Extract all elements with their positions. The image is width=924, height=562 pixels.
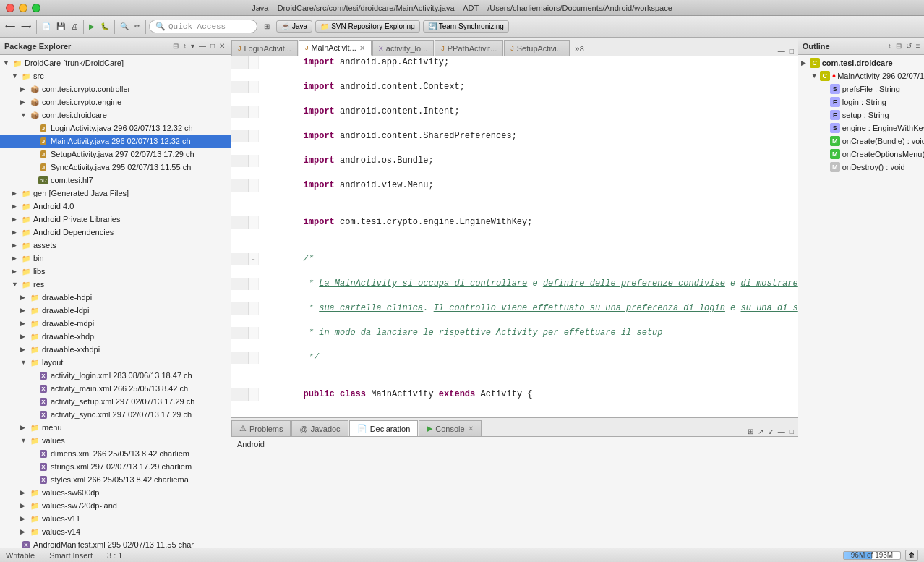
tree-item[interactable]: ▶📁drawable-hdpi <box>0 291 231 304</box>
minimize-button[interactable] <box>19 4 27 12</box>
perspective-team[interactable]: 🔄 Team Synchronizing <box>423 20 509 33</box>
outline-item[interactable]: MonDestroy() : void <box>798 161 924 174</box>
pe-collapse-btn[interactable]: ⊟ <box>171 41 180 51</box>
outline-item[interactable]: ▼C●MainActivity 296 02/07/13 12.32 <box>798 69 924 82</box>
gc-button[interactable]: 🗑 <box>905 550 918 561</box>
outline-hide-btn[interactable]: ⊟ <box>894 41 903 51</box>
outline-filter-btn[interactable]: ≡ <box>915 41 922 51</box>
bottom-toolbar-btn3[interactable]: ↙ <box>766 427 775 436</box>
tree-item[interactable]: ▶📁Android 4.0 <box>0 200 231 213</box>
tree-item[interactable]: ▶📁assets <box>0 239 231 252</box>
pe-maximize-btn[interactable]: □ <box>209 41 216 51</box>
tree-item[interactable]: ▶📁drawable-mdpi <box>0 317 231 330</box>
tree-item[interactable]: ▼📁values <box>0 434 231 447</box>
tree-item[interactable]: ▶📁Android Private Libraries <box>0 213 231 226</box>
tab-overflow[interactable]: »8 <box>570 43 589 56</box>
tree-item[interactable]: ▶📁drawable-xhdpi <box>0 330 231 343</box>
tree-item[interactable]: ▼📁src <box>0 69 231 82</box>
tree-item[interactable]: hl7com.tesi.hl7 <box>0 174 231 187</box>
tab-setupactivity[interactable]: J SetupActivi... <box>504 40 570 56</box>
pe-close-btn[interactable]: ✕ <box>218 41 226 51</box>
tree-item[interactable]: ▶📁values-sw720dp-land <box>0 499 231 512</box>
tree-item-label: activity_sync.xml 297 02/07/13 17.29 ch <box>51 410 192 419</box>
outline-sync-btn[interactable]: ↺ <box>904 41 913 51</box>
perspective-svn[interactable]: 📁 SVN Repository Exploring <box>315 20 420 33</box>
tree-item[interactable]: Xstyles.xml 266 25/05/13 8.42 charliema <box>0 473 231 486</box>
tree-item[interactable]: ▶📁menu <box>0 421 231 434</box>
memory-indicator[interactable]: 96M of 193M 🗑 <box>843 550 918 561</box>
tab-console-close[interactable]: ✕ <box>468 425 474 433</box>
tree-item[interactable]: JLoginActivity.java 296 02/07/13 12.32 c… <box>0 122 231 135</box>
outline-item[interactable]: MonCreateOptionsMenu(Menu) : b <box>798 148 924 161</box>
tree-item[interactable]: ▼📦com.tesi.droidcare <box>0 108 231 122</box>
tab-mainactivity[interactable]: J MainActivit... ✕ <box>299 40 372 56</box>
tab-mainactivity-close[interactable]: ✕ <box>359 44 365 52</box>
tree-item[interactable]: ▶📁values-v14 <box>0 525 231 538</box>
tree-item[interactable]: ▶📁gen [Generated Java Files] <box>0 187 231 200</box>
outline-item[interactable]: MonCreate(Bundle) : void <box>798 135 924 148</box>
tree-item[interactable]: ▶📁bin <box>0 252 231 265</box>
outline-sort-btn[interactable]: ↕ <box>886 41 893 51</box>
tree-item[interactable]: ▶📁Android Dependencies <box>0 226 231 239</box>
toolbar-btn-1[interactable]: ⟵ <box>3 21 17 32</box>
tree-item[interactable]: Xstrings.xml 297 02/07/13 17.29 charliem <box>0 460 231 473</box>
toolbar-btn-search[interactable]: 🔍 <box>118 21 131 32</box>
code-editor[interactable]: import android.app.Activity; import andr… <box>231 56 798 417</box>
tree-item[interactable]: JSetupActivity.java 297 02/07/13 17.29 c… <box>0 148 231 161</box>
tab-loginactivity[interactable]: J LoginActivit... <box>231 40 298 56</box>
tab-console[interactable]: ▶ Console ✕ <box>419 420 481 436</box>
tree-item[interactable]: Xactivity_main.xml 266 25/05/13 8.42 ch <box>0 382 231 395</box>
bottom-toolbar-btn2[interactable]: ↗ <box>756 427 765 436</box>
tree-item[interactable]: ▶📦com.tesi.crypto.engine <box>0 95 231 108</box>
bottom-maximize-btn[interactable]: □ <box>788 427 795 436</box>
pe-sync-btn[interactable]: ↕ <box>181 41 188 51</box>
editor-minimize-btn[interactable]: — <box>777 46 787 56</box>
tree-item[interactable]: Xactivity_login.xml 283 08/06/13 18.47 c… <box>0 369 231 382</box>
problems-icon: ⚠ <box>239 424 247 433</box>
toolbar-btn-2[interactable]: ⟶ <box>19 21 33 32</box>
toolbar-btn-print[interactable]: 🖨 <box>69 21 80 32</box>
tree-node-icon: X <box>38 370 49 381</box>
tree-item[interactable]: Xactivity_setup.xml 297 02/07/13 17.29 c… <box>0 395 231 408</box>
tree-arrow-icon: ▶ <box>20 307 29 314</box>
bottom-minimize-btn[interactable]: — <box>777 427 787 436</box>
tree-item[interactable]: ▶📁values-sw600dp <box>0 486 231 499</box>
toolbar-btn-refactor[interactable]: ✏ <box>132 21 142 32</box>
outline-item[interactable]: Fsetup : String <box>798 108 924 122</box>
toolbar-btn-debug[interactable]: 🐛 <box>98 21 111 32</box>
bottom-toolbar-btn1[interactable]: ⊞ <box>746 427 755 436</box>
editor-maximize-btn[interactable]: □ <box>788 46 795 56</box>
tab-declaration[interactable]: 📄 Declaration <box>349 420 419 436</box>
tree-item[interactable]: Xdimens.xml 266 25/05/13 8.42 charliem <box>0 447 231 460</box>
tree-item[interactable]: ▶📁values-v11 <box>0 512 231 525</box>
outline-item[interactable]: Sengine : EngineWithKey <box>798 122 924 135</box>
pe-minimize-btn[interactable]: — <box>197 41 208 51</box>
perspective-java[interactable]: ☕ Java <box>276 20 312 33</box>
outline-item[interactable]: Flogin : String <box>798 95 924 108</box>
maximize-button[interactable] <box>32 4 40 12</box>
quick-access-search[interactable]: 🔍 Quick Access <box>149 20 257 33</box>
tree-item[interactable]: ▶📁drawable-ldpi <box>0 304 231 317</box>
pe-menu-btn[interactable]: ▾ <box>189 41 196 51</box>
outline-item[interactable]: ▶Ccom.tesi.droidcare <box>798 56 924 69</box>
tree-item[interactable]: ▶📁libs <box>0 265 231 278</box>
outline-item-label: MainActivity 296 02/07/13 12.32 <box>837 72 924 80</box>
outline-item[interactable]: SprefsFile : String <box>798 82 924 95</box>
tab-ppathactivity[interactable]: J PPathActivit... <box>435 40 503 56</box>
tree-item[interactable]: ▼📁res <box>0 278 231 291</box>
toolbar-btn-run[interactable]: ▶ <box>87 21 97 32</box>
tree-item[interactable]: Xactivity_sync.xml 297 02/07/13 17.29 ch <box>0 408 231 421</box>
toolbar-btn-new[interactable]: 📄 <box>40 21 53 32</box>
tree-item[interactable]: ▼📁layout <box>0 356 231 369</box>
tree-item[interactable]: ▶📦com.tesi.crypto.controller <box>0 82 231 95</box>
close-button[interactable] <box>6 4 14 12</box>
tab-problems[interactable]: ⚠ Problems <box>231 420 291 436</box>
tree-item[interactable]: JSyncActivity.java 295 02/07/13 11.55 ch <box>0 161 231 174</box>
tree-item[interactable]: ▼📁DroidCare [trunk/DroidCare] <box>0 56 231 69</box>
tab-javadoc[interactable]: @ Javadoc <box>291 420 348 436</box>
tab-activity-lo[interactable]: X activity_lo... <box>372 40 434 56</box>
toolbar-btn-perspective-switch[interactable]: ⊞ <box>262 21 272 32</box>
toolbar-btn-save[interactable]: 💾 <box>54 21 67 32</box>
tree-item[interactable]: JMainActivity.java 296 02/07/13 12.32 ch <box>0 135 231 148</box>
tree-item[interactable]: ▶📁drawable-xxhdpi <box>0 343 231 356</box>
